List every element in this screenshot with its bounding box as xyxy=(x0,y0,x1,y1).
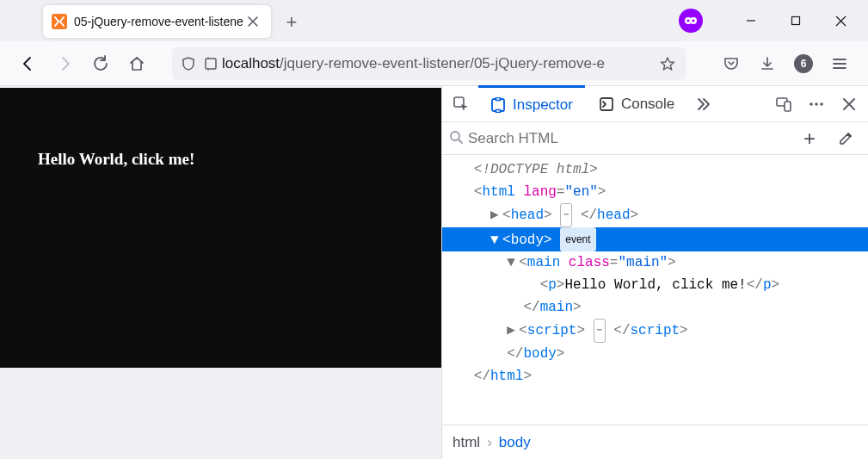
tree-row-html-open[interactable]: <html lang="en"> xyxy=(442,181,868,203)
devtools-panel: Inspector Console xyxy=(441,86,868,459)
tree-row-script[interactable]: ▶<script> ⋯ </script> xyxy=(442,319,868,343)
tree-row-html-close[interactable]: </html> xyxy=(442,365,868,388)
svg-rect-14 xyxy=(785,102,791,111)
url-bar[interactable]: localhost/jquery-remove-event-listener/0… xyxy=(172,47,686,80)
tab-console[interactable]: Console xyxy=(587,86,686,122)
shield-icon[interactable] xyxy=(177,56,200,71)
page-info-icon[interactable] xyxy=(200,56,222,71)
browser-tab[interactable]: 05-jQuery-remove-event-listene xyxy=(43,5,271,38)
tree-row-body-close[interactable]: </body> xyxy=(442,343,868,365)
tree-row-head[interactable]: ▶<head> ⋯ </head> xyxy=(442,203,868,227)
downloads-button[interactable] xyxy=(751,47,784,80)
svg-point-4 xyxy=(692,19,694,22)
pocket-button[interactable] xyxy=(715,47,748,80)
home-button[interactable] xyxy=(120,47,153,80)
notification-count: 6 xyxy=(794,54,813,73)
search-icon xyxy=(449,130,463,146)
close-window-button[interactable] xyxy=(818,0,863,41)
devtools-overflow-button[interactable] xyxy=(688,89,719,120)
devtools-tabstrip: Inspector Console xyxy=(442,86,868,122)
svg-rect-7 xyxy=(206,59,216,69)
devtools-search-row: + xyxy=(442,122,868,155)
minimize-button[interactable] xyxy=(729,0,773,41)
crumb-html[interactable]: html xyxy=(452,434,480,451)
forward-button[interactable] xyxy=(48,47,81,80)
svg-point-16 xyxy=(815,102,818,106)
svg-point-15 xyxy=(810,102,813,106)
tree-row-main-open[interactable]: ▼<main class="main"> xyxy=(442,251,868,274)
svg-rect-10 xyxy=(496,97,501,100)
maximize-button[interactable] xyxy=(773,0,818,41)
devtools-menu-button[interactable] xyxy=(801,89,832,120)
window-controls xyxy=(679,0,868,41)
titlebar: 05-jQuery-remove-event-listene + xyxy=(0,0,868,41)
tree-row-main-close[interactable]: </main> xyxy=(442,296,868,319)
toolbar: localhost/jquery-remove-event-listener/0… xyxy=(0,41,868,86)
tree-row-p[interactable]: <p>Hello World, click me!</p> xyxy=(442,274,868,296)
devtools-close-button[interactable] xyxy=(834,89,865,120)
tab-console-label: Console xyxy=(621,96,674,113)
page-heading[interactable]: Hello World, click me! xyxy=(38,150,194,168)
tab-title: 05-jQuery-remove-event-listene xyxy=(74,15,243,28)
bookmark-star-icon[interactable] xyxy=(655,56,680,71)
svg-rect-11 xyxy=(496,109,501,112)
content-row: Hello World, click me! Inspector Console xyxy=(0,86,868,459)
url-text: localhost/jquery-remove-event-listener/0… xyxy=(222,55,655,72)
tab-inspector-label: Inspector xyxy=(513,96,573,114)
svg-rect-6 xyxy=(792,17,800,25)
breadcrumbs: html › body xyxy=(442,425,868,459)
reload-button[interactable] xyxy=(84,47,117,80)
svg-line-19 xyxy=(459,140,462,143)
app-menu-button[interactable] xyxy=(823,47,856,80)
element-picker-button[interactable] xyxy=(446,89,477,120)
tree-row-body-open[interactable]: ▼<body> event xyxy=(442,227,868,251)
page-viewport[interactable]: Hello World, click me! xyxy=(0,88,441,368)
crumb-body[interactable]: body xyxy=(499,434,531,451)
add-element-button[interactable]: + xyxy=(794,123,825,154)
tree-row-doctype[interactable]: <!DOCTYPE html> xyxy=(442,158,868,181)
close-tab-icon[interactable] xyxy=(243,12,262,31)
back-button[interactable] xyxy=(12,47,45,80)
tab-inspector[interactable]: Inspector xyxy=(478,85,585,121)
chevron-right-icon: › xyxy=(487,434,492,451)
xampp-icon xyxy=(52,14,67,29)
notifications-button[interactable]: 6 xyxy=(787,47,820,80)
account-badge-icon[interactable] xyxy=(679,9,703,33)
new-tab-button[interactable]: + xyxy=(276,7,307,38)
event-badge[interactable]: event xyxy=(560,227,595,251)
responsive-design-button[interactable] xyxy=(768,89,799,120)
search-html-input[interactable] xyxy=(468,130,789,147)
eyedropper-button[interactable] xyxy=(830,123,861,154)
svg-point-17 xyxy=(820,102,823,106)
svg-rect-12 xyxy=(600,98,613,110)
svg-point-3 xyxy=(686,19,689,22)
markup-tree[interactable]: <!DOCTYPE html> <html lang="en"> ▶<head>… xyxy=(442,155,868,425)
